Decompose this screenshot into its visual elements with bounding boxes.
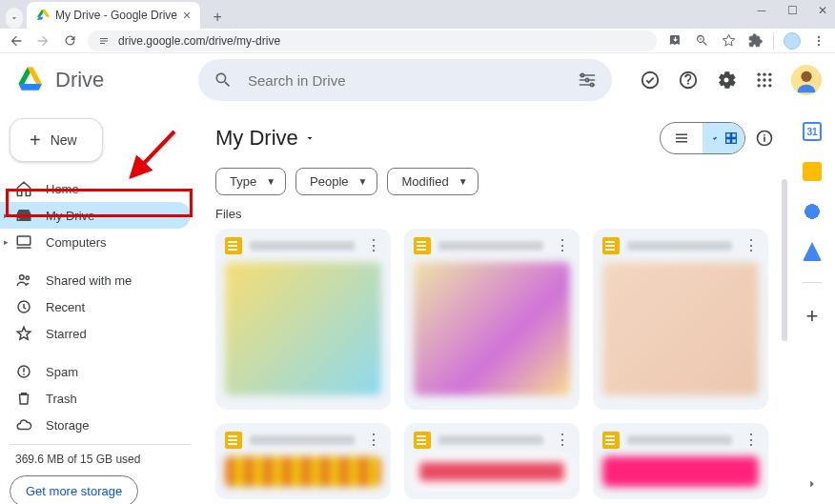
zoom-icon[interactable]: [693, 32, 710, 50]
chip-label: Modified: [401, 174, 448, 189]
chrome-profile-avatar[interactable]: [784, 32, 801, 50]
chrome-menu-icon[interactable]: [810, 32, 827, 50]
settings-icon[interactable]: [715, 69, 738, 91]
get-addons-icon[interactable]: +: [806, 304, 819, 329]
file-more-icon[interactable]: ⋮: [740, 236, 763, 254]
tasks-app-icon[interactable]: [803, 202, 822, 221]
file-more-icon[interactable]: ⋮: [740, 431, 763, 449]
recent-icon: [15, 298, 32, 315]
file-card[interactable]: ⋮: [215, 423, 391, 499]
extensions-icon[interactable]: [746, 32, 764, 50]
file-more-icon[interactable]: ⋮: [551, 431, 574, 449]
new-button[interactable]: + New: [10, 118, 103, 162]
chip-label: People: [310, 174, 348, 189]
ready-offline-icon[interactable]: [639, 69, 662, 91]
sidebar-item-my-drive[interactable]: ▸ My Drive: [0, 202, 191, 229]
sidebar-item-shared[interactable]: Shared with me: [0, 267, 191, 293]
storage-usage-text: 369.6 MB of 15 GB used: [10, 453, 191, 466]
file-thumbnail: [602, 262, 759, 395]
filter-people[interactable]: People▼: [295, 168, 377, 195]
file-card[interactable]: ⋮: [593, 229, 768, 410]
sidebar-item-label: Spam: [46, 365, 78, 379]
drive-logo[interactable]: Drive: [17, 65, 189, 95]
breadcrumb-label: My Drive: [215, 126, 298, 151]
minimize-button[interactable]: ─: [755, 4, 768, 17]
view-toggle: [660, 122, 745, 154]
maximize-button[interactable]: ☐: [785, 4, 799, 17]
calendar-app-icon[interactable]: 31: [803, 122, 822, 141]
files-grid: ⋮ ⋮ ⋮ ⋮ ⋮ ⋮: [215, 229, 774, 499]
sidebar-item-label: Home: [46, 182, 79, 196]
install-app-icon[interactable]: [666, 32, 683, 50]
sidebar-item-computers[interactable]: ▸ Computers: [0, 229, 191, 255]
slides-icon: [225, 432, 242, 449]
search-icon: [212, 69, 234, 91]
sidebar-item-label: Starred: [46, 327, 87, 341]
back-button[interactable]: [8, 32, 25, 50]
forward-button[interactable]: [34, 32, 51, 50]
file-more-icon[interactable]: ⋮: [362, 431, 385, 449]
svg-rect-27: [731, 139, 736, 144]
scrollbar[interactable]: [782, 179, 787, 341]
reload-button[interactable]: [61, 32, 78, 50]
site-info-icon[interactable]: [97, 34, 111, 48]
address-bar[interactable]: drive.google.com/drive/my-drive: [88, 30, 657, 51]
slides-icon: [414, 237, 431, 254]
file-more-icon[interactable]: ⋮: [551, 236, 574, 254]
file-thumbnail: [225, 456, 381, 487]
apps-icon[interactable]: [753, 69, 776, 91]
computers-icon: [15, 233, 32, 251]
file-card[interactable]: ⋮: [404, 229, 580, 410]
file-card[interactable]: ⋮: [593, 423, 768, 499]
filter-modified[interactable]: Modified▼: [387, 168, 478, 195]
sidebar-item-starred[interactable]: Starred: [0, 320, 191, 347]
file-card[interactable]: ⋮: [215, 229, 391, 410]
search-input[interactable]: [246, 71, 564, 90]
file-more-icon[interactable]: ⋮: [362, 236, 385, 254]
close-window-button[interactable]: ✕: [816, 4, 829, 17]
svg-point-2: [818, 43, 820, 45]
search-options-icon[interactable]: [576, 69, 599, 91]
get-storage-button[interactable]: Get more storage: [10, 475, 138, 504]
info-icon[interactable]: [755, 129, 774, 148]
account-avatar[interactable]: [791, 65, 822, 95]
bookmark-icon[interactable]: [720, 32, 737, 50]
sidebar-item-home[interactable]: Home: [0, 175, 191, 202]
browser-tab[interactable]: My Drive - Google Drive ×: [27, 2, 200, 29]
sidebar-item-spam[interactable]: Spam: [0, 358, 191, 385]
sidebar-item-label: My Drive: [46, 209, 94, 223]
sidebar-item-label: Recent: [46, 300, 85, 314]
svg-point-18: [801, 71, 811, 82]
expand-caret-icon[interactable]: ▸: [4, 237, 9, 247]
search-bar[interactable]: [198, 59, 612, 101]
side-panel: 31 +: [789, 107, 835, 504]
keep-app-icon[interactable]: [803, 162, 822, 181]
main-content: My Drive Type▼ People▼ Modified▼ Files ⋮: [200, 107, 789, 504]
svg-point-12: [763, 78, 765, 81]
sidebar-nav: Home ▸ My Drive ▸ Computers Shared with …: [10, 175, 191, 438]
list-view-button[interactable]: [661, 123, 703, 153]
hide-panel-icon[interactable]: [805, 477, 819, 491]
svg-rect-19: [17, 236, 31, 245]
contacts-app-icon[interactable]: [803, 242, 822, 261]
breadcrumb[interactable]: My Drive: [215, 126, 316, 151]
slides-icon: [602, 432, 620, 449]
expand-caret-icon[interactable]: ▸: [4, 211, 9, 220]
sidebar-item-trash[interactable]: Trash: [0, 385, 191, 412]
drive-logo-icon: [17, 65, 48, 95]
svg-point-6: [642, 72, 659, 89]
new-tab-button[interactable]: +: [206, 6, 229, 29]
support-icon[interactable]: [677, 69, 700, 91]
file-card[interactable]: ⋮: [404, 423, 580, 499]
tab-search-button[interactable]: [6, 8, 23, 29]
grid-view-button[interactable]: [703, 123, 744, 153]
svg-rect-24: [725, 133, 730, 138]
sidebar-item-recent[interactable]: Recent: [0, 293, 191, 320]
cloud-icon: [15, 416, 32, 433]
svg-point-21: [26, 276, 29, 279]
sidebar-item-storage[interactable]: Storage: [0, 412, 191, 438]
filter-type[interactable]: Type▼: [215, 168, 286, 195]
close-tab-icon[interactable]: ×: [183, 8, 191, 23]
app-name: Drive: [55, 68, 104, 92]
slides-icon: [602, 237, 620, 254]
